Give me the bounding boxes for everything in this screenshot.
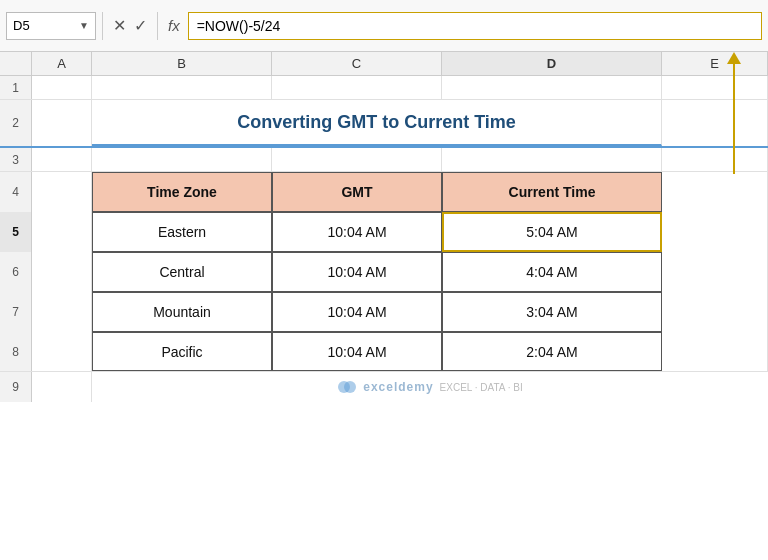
cell-title-merged[interactable]: Converting GMT to Current Time [92,100,662,146]
confirm-icon[interactable]: ✓ [134,16,147,35]
watermark-subtitle: EXCEL · DATA · BI [440,382,523,393]
cell-c6[interactable]: 10:04 AM [272,252,442,292]
cell-e8[interactable] [662,332,768,371]
cell-e5[interactable] [662,212,768,252]
cell-d5[interactable]: 5:04 AM [442,212,662,252]
cell-e6[interactable] [662,252,768,292]
cell-d8[interactable]: 2:04 AM [442,332,662,371]
row-num-7: 7 [0,292,32,332]
gmt-eastern: 10:04 AM [327,224,386,240]
cell-b7[interactable]: Mountain [92,292,272,332]
col-header-d[interactable]: D [442,52,662,75]
cell-b4-header[interactable]: Time Zone [92,172,272,212]
cell-c1[interactable] [272,76,442,99]
col-header-a[interactable]: A [32,52,92,75]
cell-a1[interactable] [32,76,92,99]
cell-e4[interactable] [662,172,768,212]
grid-row-7: 7 Mountain 10:04 AM 3:04 AM [0,292,768,332]
cell-b5[interactable]: Eastern [92,212,272,252]
spreadsheet-title: Converting GMT to Current Time [237,112,516,133]
cell-d6[interactable]: 4:04 AM [442,252,662,292]
col-header-e[interactable]: E [662,52,768,75]
cell-a4[interactable] [32,172,92,212]
formula-bar-icons: ✕ ✓ [109,16,151,35]
cell-d1[interactable] [442,76,662,99]
gmt-central: 10:04 AM [327,264,386,280]
cell-e7[interactable] [662,292,768,332]
arrow-line [733,64,735,174]
cell-c7[interactable]: 10:04 AM [272,292,442,332]
cell-a8[interactable] [32,332,92,371]
formula-bar: D5 ▼ ✕ ✓ fx [0,0,768,52]
cell-c3[interactable] [272,148,442,171]
watermark: exceldemy EXCEL · DATA · BI [337,379,523,395]
gmt-mountain: 10:04 AM [327,304,386,320]
header-timezone: Time Zone [147,184,217,200]
cell-a9[interactable] [32,372,92,402]
current-central: 4:04 AM [526,264,577,280]
cell-a5[interactable] [32,212,92,252]
name-box-value: D5 [13,18,30,33]
cell-c8[interactable]: 10:04 AM [272,332,442,371]
row-num-9: 9 [0,372,32,402]
cell-a2[interactable] [32,100,92,146]
svg-point-1 [344,381,356,393]
name-box[interactable]: D5 ▼ [6,12,96,40]
row-num-4: 4 [0,172,32,212]
col-header-c[interactable]: C [272,52,442,75]
cell-b6[interactable]: Central [92,252,272,292]
col-header-b[interactable]: B [92,52,272,75]
cell-b8[interactable]: Pacific [92,332,272,371]
cell-d4-header[interactable]: Current Time [442,172,662,212]
cancel-icon[interactable]: ✕ [113,16,126,35]
grid-row-5: 5 Eastern 10:04 AM 5:04 AM [0,212,768,252]
formula-input[interactable] [188,12,762,40]
cell-d7[interactable]: 3:04 AM [442,292,662,332]
arrow-annotation [727,52,741,174]
zone-central: Central [159,264,204,280]
grid-row-1: 1 [0,76,768,100]
grid-row-2: 2 Converting GMT to Current Time [0,100,768,148]
cell-e3[interactable] [662,148,768,171]
current-pacific: 2:04 AM [526,344,577,360]
grid-row-6: 6 Central 10:04 AM 4:04 AM [0,252,768,292]
name-box-chevron-icon: ▼ [79,20,89,31]
cell-c4-header[interactable]: GMT [272,172,442,212]
corner-cell [0,52,32,75]
arrow-head [727,52,741,64]
current-eastern: 5:04 AM [526,224,577,240]
cell-c5[interactable]: 10:04 AM [272,212,442,252]
fx-label: fx [164,17,184,34]
current-mountain: 3:04 AM [526,304,577,320]
cell-a6[interactable] [32,252,92,292]
grid-row-3: 3 [0,148,768,172]
zone-eastern: Eastern [158,224,206,240]
header-currenttime: Current Time [509,184,596,200]
cell-e2[interactable] [662,100,768,146]
row-num-5: 5 [0,212,32,252]
row-num-3: 3 [0,148,32,171]
separator-1 [102,12,103,40]
row-num-8: 8 [0,332,32,371]
row-num-2: 2 [0,100,32,146]
grid-body: 1 2 Converting GMT to Current Time 3 [0,76,768,560]
cell-e1[interactable] [662,76,768,99]
cell-b1[interactable] [92,76,272,99]
cell-d3[interactable] [442,148,662,171]
zone-mountain: Mountain [153,304,211,320]
grid-row-4: 4 Time Zone GMT Current Time [0,172,768,212]
header-gmt: GMT [341,184,372,200]
cell-b3[interactable] [92,148,272,171]
grid-row-9: 9 exceldemy EXCEL · DATA · BI [0,372,768,402]
column-headers: A B C D E [0,52,768,76]
cell-a3[interactable] [32,148,92,171]
separator-2 [157,12,158,40]
zone-pacific: Pacific [161,344,202,360]
cell-a7[interactable] [32,292,92,332]
gmt-pacific: 10:04 AM [327,344,386,360]
row-num-1: 1 [0,76,32,99]
grid-row-8: 8 Pacific 10:04 AM 2:04 AM [0,332,768,372]
watermark-text: exceldemy [363,380,433,394]
row-num-6: 6 [0,252,32,292]
watermark-cell: exceldemy EXCEL · DATA · BI [92,372,768,402]
